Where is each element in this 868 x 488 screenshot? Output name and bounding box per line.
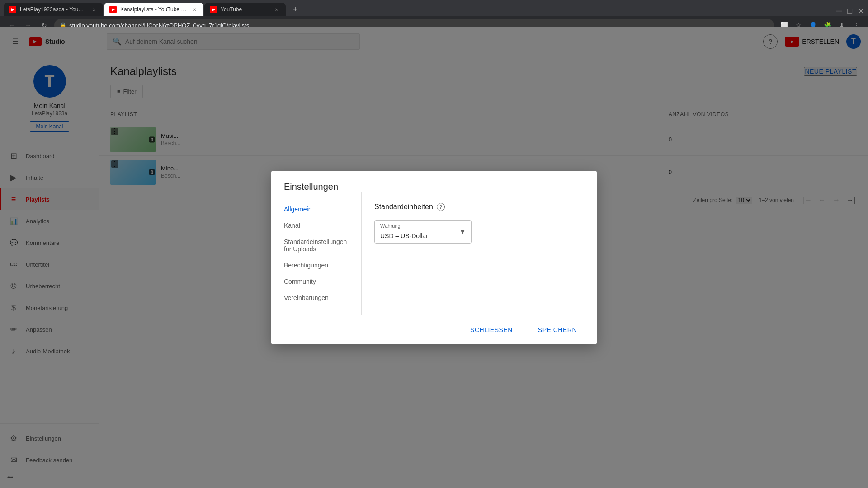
browser-tab-1[interactable]: ▶ LetsPlay1923asda - YouTube... ✕: [4, 3, 103, 16]
tab-favicon-2: ▶: [109, 6, 117, 13]
restore-button[interactable]: □: [847, 6, 852, 16]
tab-close-1[interactable]: ✕: [90, 6, 98, 13]
close-button[interactable]: SCHLIESSEN: [463, 323, 520, 337]
tab-favicon-3: ▶: [210, 6, 217, 13]
currency-dropdown[interactable]: Währung USD – US-Dollar ▼: [374, 220, 472, 244]
currency-arrow-icon: ▼: [459, 228, 466, 235]
modal-nav-kanal[interactable]: Kanal: [271, 217, 361, 234]
modal-footer: SCHLIESSEN SPEICHERN: [271, 315, 597, 344]
currency-selector[interactable]: Währung USD – US-Dollar ▼: [374, 220, 472, 244]
modal-section-title: Standardeinheiten ?: [374, 203, 584, 211]
modal-nav-agreements[interactable]: Vereinbarungen: [271, 290, 361, 306]
section-title-text: Standardeinheiten: [374, 203, 433, 211]
modal-content: Standardeinheiten ? Währung USD – US-Dol…: [362, 192, 597, 315]
browser-tab-3[interactable]: ▶ YouTube ✕: [204, 3, 286, 16]
info-icon[interactable]: ?: [437, 203, 445, 211]
currency-label: Währung: [380, 223, 401, 229]
tab-title-3: YouTube: [221, 6, 269, 13]
minimize-button[interactable]: ─: [836, 6, 842, 16]
new-tab-button[interactable]: +: [288, 3, 302, 16]
tab-title-1: LetsPlay1923asda - YouTube...: [20, 6, 87, 13]
modal-nav: Allgemein Kanal Standardeinstellungen fü…: [271, 192, 362, 315]
currency-value: USD – US-Dollar: [380, 232, 428, 239]
tab-favicon-1: ▶: [9, 6, 16, 13]
modal-overlay[interactable]: Einstellungen Allgemein Kanal Standardei…: [0, 27, 868, 488]
tab-title-2: Kanalplaylists - YouTube S...: [120, 6, 187, 13]
tab-close-3[interactable]: ✕: [273, 6, 280, 13]
modal-title: Einstellungen: [284, 182, 584, 192]
modal-nav-community[interactable]: Community: [271, 273, 361, 290]
browser-tabs: ▶ LetsPlay1923asda - YouTube... ✕ ▶ Kana…: [0, 0, 868, 16]
modal-header: Einstellungen: [271, 171, 597, 192]
close-button[interactable]: ✕: [858, 6, 864, 16]
modal-nav-allgemein[interactable]: Allgemein: [271, 201, 361, 217]
browser-tab-2[interactable]: ▶ Kanalplaylists - YouTube S... ✕: [104, 3, 203, 16]
modal-nav-uploads[interactable]: Standardeinstellungen für Uploads: [271, 234, 361, 257]
modal-body: Allgemein Kanal Standardeinstellungen fü…: [271, 192, 597, 315]
tab-close-2[interactable]: ✕: [191, 6, 198, 13]
save-button[interactable]: SPEICHERN: [531, 323, 584, 337]
settings-modal: Einstellungen Allgemein Kanal Standardei…: [271, 171, 597, 344]
modal-nav-permissions[interactable]: Berechtigungen: [271, 257, 361, 273]
